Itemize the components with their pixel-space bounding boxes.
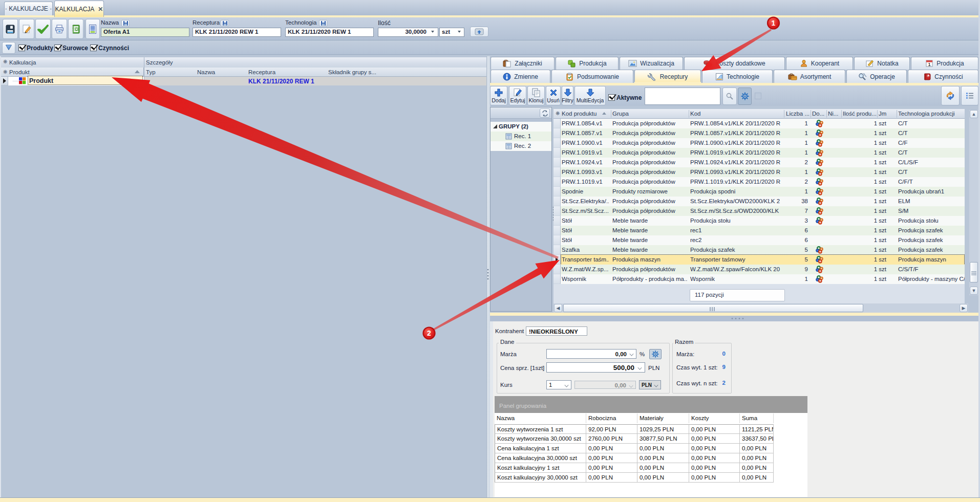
svg-text:1: 1 bbox=[928, 62, 931, 67]
svg-text:2: 2 bbox=[427, 329, 431, 337]
